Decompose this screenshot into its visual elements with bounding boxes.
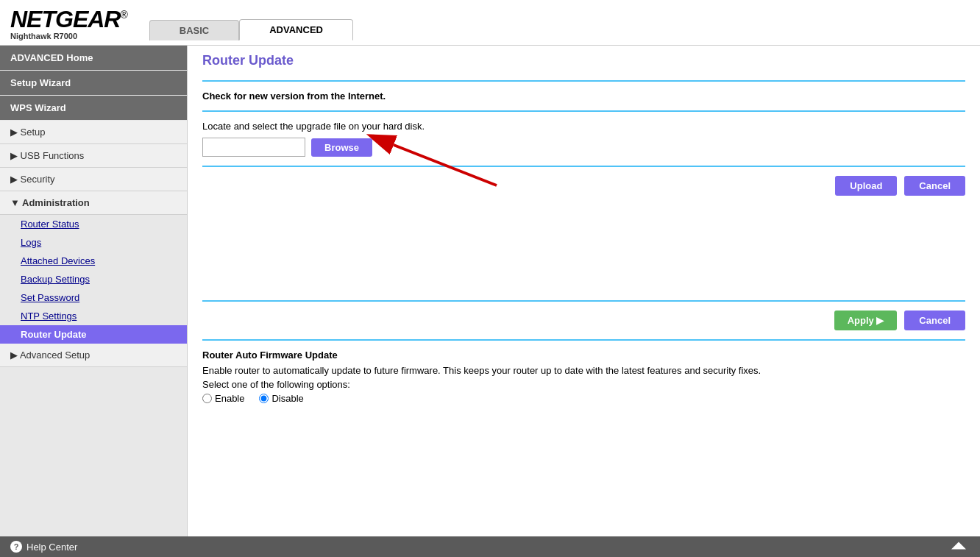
sidebar-link-set-password[interactable]: Set Password <box>0 288 187 307</box>
tab-bar: BASIC ADVANCED <box>149 19 353 40</box>
sidebar-item-setup[interactable]: ▶ Setup <box>0 121 187 144</box>
enable-radio-label[interactable]: Enable <box>202 393 244 404</box>
disable-radio-label[interactable]: Disable <box>259 393 303 404</box>
logo-area: NETGEAR® Nighthawk R7000 <box>10 6 127 40</box>
upload-cancel-row: Upload Cancel <box>202 176 965 196</box>
tab-advanced[interactable]: ADVANCED <box>239 19 353 40</box>
sidebar-link-router-status[interactable]: Router Status <box>0 215 187 233</box>
enable-radio[interactable] <box>202 394 212 403</box>
content-inner: Router Update Check for new version from… <box>188 46 980 419</box>
apply-button[interactable]: Apply ▶ <box>834 311 898 330</box>
logo-text: NETGEAR <box>10 6 120 32</box>
page-title: Router Update <box>202 53 965 71</box>
logo-registered: ® <box>120 9 127 21</box>
locate-instruction: Locate and select the upgrade file on yo… <box>202 121 965 132</box>
sidebar-item-advanced-home[interactable]: ADVANCED Home <box>0 46 187 70</box>
browse-button[interactable]: Browse <box>311 138 372 157</box>
file-path-input[interactable] <box>202 138 305 157</box>
disable-radio[interactable] <box>259 394 269 403</box>
sidebar-item-wps-wizard[interactable]: WPS Wizard <box>0 96 187 120</box>
help-bar: ? Help Center <box>0 536 980 557</box>
logo: NETGEAR® <box>10 6 127 33</box>
divider-2 <box>202 110 965 112</box>
sidebar-item-security[interactable]: ▶ Security <box>0 168 187 191</box>
check-instruction: Check for new version from the Internet. <box>202 91 965 102</box>
divider-1 <box>202 80 965 82</box>
sidebar-item-setup-wizard[interactable]: Setup Wizard <box>0 71 187 95</box>
auto-firmware-desc1: Enable router to automatically update to… <box>202 365 965 376</box>
divider-5 <box>202 339 965 341</box>
tab-basic[interactable]: BASIC <box>149 20 239 40</box>
main-layout: ADVANCED Home Setup Wizard WPS Wizard ▶ … <box>0 46 980 544</box>
sidebar-link-logs[interactable]: Logs <box>0 233 187 252</box>
svg-marker-2 <box>951 542 966 550</box>
help-expand-arrow[interactable] <box>948 539 970 556</box>
upload-button[interactable]: Upload <box>835 176 897 196</box>
sidebar-item-administration[interactable]: ▼ Administration <box>0 191 187 215</box>
divider-4 <box>202 300 965 302</box>
help-icon: ? <box>10 541 22 553</box>
sidebar-link-ntp-settings[interactable]: NTP Settings <box>0 307 187 325</box>
disable-label: Disable <box>271 393 303 404</box>
content-area: Router Update Check for new version from… <box>188 46 980 544</box>
apply-cancel-row: Apply ▶ Cancel <box>202 311 965 330</box>
sidebar-link-backup-settings[interactable]: Backup Settings <box>0 270 187 288</box>
help-center-label: Help Center <box>26 542 77 553</box>
sidebar-item-advanced-setup[interactable]: ▶ Advanced Setup <box>0 344 187 367</box>
cancel-button-2[interactable]: Cancel <box>904 311 965 330</box>
divider-3 <box>202 166 965 167</box>
sidebar: ADVANCED Home Setup Wizard WPS Wizard ▶ … <box>0 46 188 544</box>
spacer <box>202 203 965 291</box>
chevron-up-icon <box>948 539 970 553</box>
radio-options-row: Enable Disable <box>202 393 965 404</box>
cancel-button-1[interactable]: Cancel <box>904 176 965 196</box>
header: NETGEAR® Nighthawk R7000 BASIC ADVANCED <box>0 0 980 46</box>
sidebar-link-router-update[interactable]: Router Update <box>0 325 187 344</box>
model-name: Nighthawk R7000 <box>10 32 127 40</box>
file-row: Browse <box>202 138 965 157</box>
file-upload-section: Browse <box>202 138 965 157</box>
auto-firmware-desc2: Select one of the following options: <box>202 379 965 390</box>
sidebar-link-attached-devices[interactable]: Attached Devices <box>0 252 187 270</box>
sidebar-item-usb-functions[interactable]: ▶ USB Functions <box>0 144 187 168</box>
enable-label: Enable <box>215 393 244 404</box>
auto-firmware-title: Router Auto Firmware Update <box>202 350 965 361</box>
